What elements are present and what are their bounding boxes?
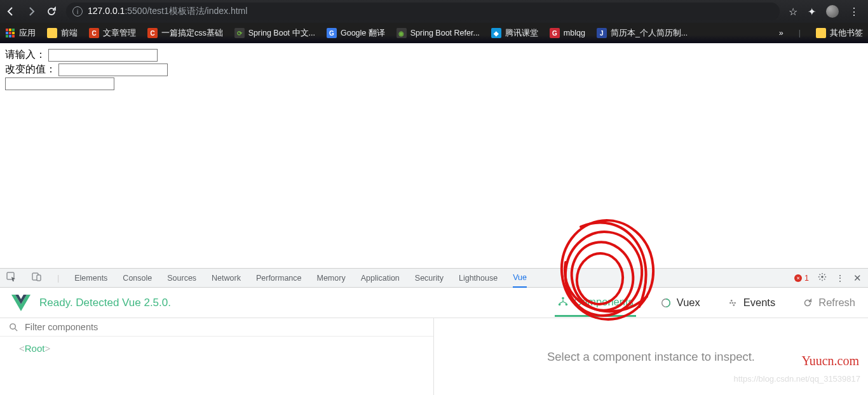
svg-rect-4 bbox=[9, 32, 11, 34]
devtools-close-icon[interactable]: ✕ bbox=[853, 272, 862, 284]
bookmark-apps[interactable]: 应用 bbox=[5, 28, 36, 39]
yuucn-watermark: Yuucn.com bbox=[801, 354, 859, 368]
bookmark-article-mgmt[interactable]: C文章管理 bbox=[89, 28, 136, 39]
tab-vue[interactable]: Vue bbox=[513, 269, 527, 288]
svg-point-21 bbox=[733, 304, 735, 306]
svg-rect-3 bbox=[6, 32, 8, 34]
svg-point-14 bbox=[559, 304, 561, 306]
profile-avatar[interactable] bbox=[826, 5, 839, 18]
svg-rect-8 bbox=[12, 35, 15, 37]
device-toggle-icon[interactable] bbox=[32, 272, 42, 284]
forward-button[interactable] bbox=[25, 6, 37, 17]
vue-component-tree-pane: <Root> bbox=[0, 318, 434, 395]
bookmark-springboot-ref[interactable]: ◉Spring Boot Refer... bbox=[397, 28, 480, 38]
svg-point-15 bbox=[566, 304, 568, 306]
tab-performance[interactable]: Performance bbox=[256, 269, 302, 288]
vue-devtools-header: Ready. Detected Vue 2.5.0. Components Vu… bbox=[0, 288, 868, 318]
svg-point-17 bbox=[729, 302, 731, 304]
tab-elements[interactable]: Elements bbox=[74, 269, 107, 288]
vue-ready-text: Ready. Detected Vue 2.5.0. bbox=[39, 297, 171, 309]
svg-line-23 bbox=[15, 328, 17, 331]
input-value[interactable] bbox=[48, 49, 158, 62]
bookmark-resume[interactable]: J简历本_个人简历制... bbox=[597, 28, 688, 39]
component-tree: <Root> bbox=[0, 337, 433, 360]
vue-tab-refresh[interactable]: Refresh bbox=[799, 290, 858, 316]
vue-tab-components[interactable]: Components bbox=[555, 289, 636, 317]
reload-button[interactable] bbox=[46, 6, 57, 17]
svg-rect-7 bbox=[9, 35, 11, 37]
vue-tab-events[interactable]: Events bbox=[724, 290, 778, 316]
tab-network[interactable]: Network bbox=[212, 269, 241, 288]
error-badge[interactable]: ×1 bbox=[794, 274, 809, 283]
devtools-settings-icon[interactable] bbox=[818, 272, 827, 283]
svg-rect-6 bbox=[6, 35, 8, 37]
toolbar-right: ☆ ✦ ⋮ bbox=[789, 5, 863, 18]
bookmark-frontend[interactable]: 前端 bbox=[47, 28, 78, 39]
tab-lighthouse[interactable]: Lighthouse bbox=[459, 269, 498, 288]
filter-components-input[interactable] bbox=[25, 322, 424, 332]
back-button[interactable] bbox=[5, 6, 17, 17]
search-icon bbox=[9, 323, 18, 332]
label-input: 请输入： bbox=[5, 48, 46, 62]
browser-chrome: i 127.0.0.1:5500/test1模板语法/index.html ☆ … bbox=[0, 0, 868, 43]
inspect-hint-text: Select a component instance to inspect. bbox=[547, 350, 755, 364]
chrome-menu-icon[interactable]: ⋮ bbox=[849, 6, 859, 18]
svg-point-19 bbox=[734, 302, 736, 304]
page-content: 请输入： 改变的值： bbox=[0, 43, 868, 97]
svg-rect-1 bbox=[9, 29, 11, 31]
bookmarks-overflow-icon[interactable]: » bbox=[779, 29, 783, 37]
root-component-node[interactable]: <Root> bbox=[19, 343, 414, 354]
svg-point-12 bbox=[821, 276, 824, 278]
tab-console[interactable]: Console bbox=[123, 269, 152, 288]
bookmark-mblqg[interactable]: Gmblqg bbox=[550, 28, 585, 38]
bookmark-google-translate[interactable]: GGoogle 翻译 bbox=[327, 28, 385, 39]
changed-value[interactable] bbox=[58, 64, 168, 76]
tab-sources[interactable]: Sources bbox=[167, 269, 196, 288]
extra-input[interactable] bbox=[5, 77, 114, 90]
inspect-element-icon[interactable] bbox=[6, 272, 17, 284]
svg-point-13 bbox=[562, 297, 564, 300]
svg-point-20 bbox=[731, 300, 733, 302]
svg-rect-2 bbox=[12, 29, 15, 31]
bookmark-tencent-class[interactable]: ◆腾讯课堂 bbox=[491, 28, 538, 39]
bookmark-springboot-cn[interactable]: ⟳Spring Boot 中文... bbox=[234, 28, 315, 39]
extensions-icon[interactable]: ✦ bbox=[808, 6, 816, 18]
url-text: 127.0.0.1:5500/test1模板语法/index.html bbox=[88, 6, 247, 17]
bookmark-star-icon[interactable]: ☆ bbox=[789, 6, 797, 18]
devtools-tabs: | Elements Console Sources Network Perfo… bbox=[0, 269, 868, 288]
vue-tabs: Components Vuex Events Refresh bbox=[555, 289, 858, 317]
address-bar[interactable]: i 127.0.0.1:5500/test1模板语法/index.html bbox=[66, 3, 780, 20]
tab-application[interactable]: Application bbox=[361, 269, 400, 288]
devtools-panel: | Elements Console Sources Network Perfo… bbox=[0, 268, 868, 395]
tab-security[interactable]: Security bbox=[415, 269, 444, 288]
bookmarks-bar: 应用 前端 C文章管理 C一篇搞定css基础 ⟳Spring Boot 中文..… bbox=[0, 23, 868, 43]
vue-logo-icon bbox=[11, 294, 31, 312]
devtools-kebab-icon[interactable]: ⋮ bbox=[836, 273, 844, 283]
csdn-watermark: https://blog.csdn.net/qq_31539817 bbox=[734, 374, 861, 384]
bookmark-other-folder[interactable]: 其他书签 bbox=[816, 28, 863, 39]
bookmark-css-basics[interactable]: C一篇搞定css基础 bbox=[147, 28, 223, 39]
filter-row bbox=[0, 318, 433, 337]
address-bar-row: i 127.0.0.1:5500/test1模板语法/index.html ☆ … bbox=[0, 0, 868, 23]
tab-memory[interactable]: Memory bbox=[317, 269, 346, 288]
svg-point-22 bbox=[10, 323, 15, 328]
vue-body: <Root> Select a component instance to in… bbox=[0, 318, 868, 395]
svg-point-18 bbox=[731, 302, 733, 304]
svg-rect-11 bbox=[37, 275, 41, 281]
site-info-icon[interactable]: i bbox=[72, 6, 83, 17]
svg-rect-5 bbox=[12, 32, 15, 34]
label-changed: 改变的值： bbox=[5, 63, 56, 76]
vue-tab-vuex[interactable]: Vuex bbox=[658, 290, 703, 316]
svg-rect-0 bbox=[6, 29, 8, 31]
